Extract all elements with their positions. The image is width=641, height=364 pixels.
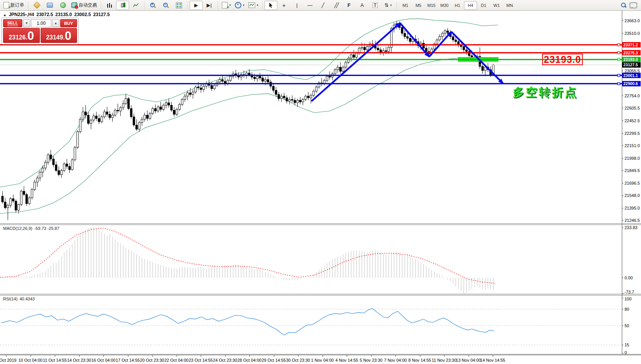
- metaeditor-button[interactable]: [30, 1, 43, 10]
- symbol-period: JPN225-,H4: [9, 12, 34, 17]
- tile-windows-icon: [176, 2, 182, 8]
- signals-icon: [60, 2, 66, 8]
- search-icon[interactable]: [621, 2, 626, 8]
- horizontal-line-tool-button[interactable]: —: [303, 1, 316, 10]
- macd-panel[interactable]: 233.830.00-73.7: [0, 225, 641, 295]
- svg-text:-73.7: -73.7: [625, 290, 634, 294]
- main-price-chart[interactable]: 23371.223275.323193.023001.122900.623663…: [0, 11, 641, 225]
- macd-histogram: [3, 228, 493, 293]
- timeframe-m5-button[interactable]: M5: [412, 1, 425, 10]
- toolbar-separator: [143, 2, 146, 9]
- chart-shift-button[interactable]: ▶|: [203, 1, 216, 10]
- trendline-tool-button[interactable]: ╱: [316, 1, 330, 10]
- timeframe-m15-button[interactable]: M15: [425, 1, 438, 10]
- time-label: 8 Oct 2019: [0, 358, 16, 362]
- time-label: 14 Nov 14:55: [480, 358, 505, 362]
- text-tool-button[interactable]: A: [356, 1, 369, 10]
- chat-icon[interactable]: [630, 2, 637, 8]
- svg-text:23663.0: 23663.0: [625, 18, 640, 23]
- candlesticks: [2, 21, 494, 220]
- indicators-button[interactable]: ▾: [246, 1, 260, 10]
- cursor-tool-button[interactable]: [264, 1, 277, 10]
- arrows-object-icon: ⇅: [385, 3, 389, 8]
- svg-text:23371.2: 23371.2: [623, 43, 638, 47]
- autotrading-button[interactable]: 自动交易: [69, 1, 99, 10]
- svg-text:22754.0: 22754.0: [625, 93, 640, 98]
- turning-point-annotation[interactable]: 多空转折点: [513, 85, 578, 100]
- objects-menu-button[interactable]: ⇅▾: [382, 1, 395, 10]
- timeframe-m1-button[interactable]: M1: [399, 1, 412, 10]
- svg-text:23193.0: 23193.0: [623, 57, 638, 62]
- signals-button[interactable]: [56, 1, 69, 10]
- time-label: 8 Nov 14:55: [408, 358, 431, 362]
- time-tick: [55, 355, 55, 357]
- time-tick: [420, 355, 420, 357]
- autotrading-label: 自动交易: [79, 2, 97, 8]
- autotrading-icon: [71, 2, 77, 8]
- time-label: 16 Oct 04:00: [92, 358, 116, 362]
- timeframe-m30-button[interactable]: M30: [438, 1, 451, 10]
- profiles-button[interactable]: ▾: [233, 1, 246, 10]
- new-order-label: 新订单: [10, 2, 24, 8]
- timeframe-h4-button[interactable]: H4: [464, 1, 477, 10]
- volume-decrease-button[interactable]: ▼: [23, 19, 30, 27]
- dropdown-arrow-icon: ▾: [257, 3, 258, 7]
- stepper-down-icon: ▼: [25, 21, 28, 25]
- sell-button[interactable]: SELL: [3, 19, 22, 27]
- crosshair-tool-button[interactable]: +: [277, 1, 290, 10]
- time-tick: [274, 355, 274, 357]
- channel-tool-button[interactable]: ╱╱: [330, 1, 343, 10]
- volume-increase-button[interactable]: ▲: [52, 19, 59, 27]
- buy-price-display[interactable]: 23149.0: [41, 28, 77, 43]
- time-tick: [103, 355, 104, 357]
- time-label: 14 Oct 23:30: [67, 358, 91, 362]
- buy-button[interactable]: BUY: [60, 19, 77, 27]
- price-annotation-box[interactable]: 23193.0: [542, 54, 583, 65]
- zoom-in-icon: +: [150, 2, 156, 8]
- svg-text:23055.5: 23055.5: [625, 69, 640, 73]
- timeframe-w1-button[interactable]: W1: [490, 1, 503, 10]
- bar-chart-button[interactable]: [103, 1, 116, 10]
- low-value: 23002.5: [74, 12, 91, 17]
- time-tick: [347, 355, 347, 357]
- rsi-indicator-label: RSI(14)40.4343: [3, 297, 37, 301]
- macd-indicator-label: MACD(12,26,9)-59.73 -25.87: [3, 226, 61, 231]
- horizontal-line-icon: —: [308, 3, 313, 8]
- time-tick: [152, 355, 152, 357]
- market-watch-button[interactable]: [43, 1, 56, 10]
- zoom-out-button[interactable]: −: [159, 1, 172, 10]
- line-chart-button[interactable]: [129, 1, 142, 10]
- channel-icon: ╱╱: [334, 3, 338, 8]
- fibonacci-tool-button[interactable]: F: [343, 1, 356, 10]
- time-tick: [31, 355, 31, 357]
- collapse-arrow-icon[interactable]: ▲: [3, 13, 7, 17]
- auto-scroll-button[interactable]: ▶: [190, 1, 203, 10]
- candlestick-chart-button[interactable]: [116, 1, 129, 10]
- time-label: 23 Oct 14:55: [189, 358, 213, 362]
- toolbar-separator: [27, 2, 30, 9]
- svg-text:233.83: 233.83: [625, 225, 638, 230]
- svg-text:80: 80: [625, 307, 629, 312]
- label-tool-button[interactable]: T: [369, 1, 382, 10]
- new-order-button[interactable]: 新订单: [2, 1, 26, 10]
- toolbar-separator: [395, 2, 398, 9]
- high-value: 23135.0: [55, 12, 72, 17]
- profiles-clock-icon: [235, 2, 241, 8]
- svg-text:100: 100: [625, 297, 631, 301]
- zoom-in-button[interactable]: +: [146, 1, 159, 10]
- time-tick: [323, 355, 323, 357]
- time-tick: [298, 355, 298, 357]
- volume-input[interactable]: 1.00: [31, 19, 51, 27]
- indicators-icon: [248, 2, 255, 8]
- timeframe-h1-button[interactable]: H1: [451, 1, 464, 10]
- rsi-panel[interactable]: 1008050150: [0, 295, 641, 355]
- sell-price-display[interactable]: 23126.0: [3, 28, 40, 43]
- time-axis[interactable]: 8 Oct 201910 Oct 04:0011 Oct 14:5514 Oct…: [0, 355, 641, 364]
- vertical-line-tool-button[interactable]: |: [290, 1, 303, 10]
- tile-windows-button[interactable]: [172, 1, 185, 10]
- time-tick: [79, 355, 80, 357]
- new-chart-button[interactable]: ▾: [220, 1, 233, 10]
- timeframe-mn-button[interactable]: MN: [503, 1, 516, 10]
- svg-text:22151.0: 22151.0: [625, 143, 640, 148]
- timeframe-d1-button[interactable]: D1: [477, 1, 490, 10]
